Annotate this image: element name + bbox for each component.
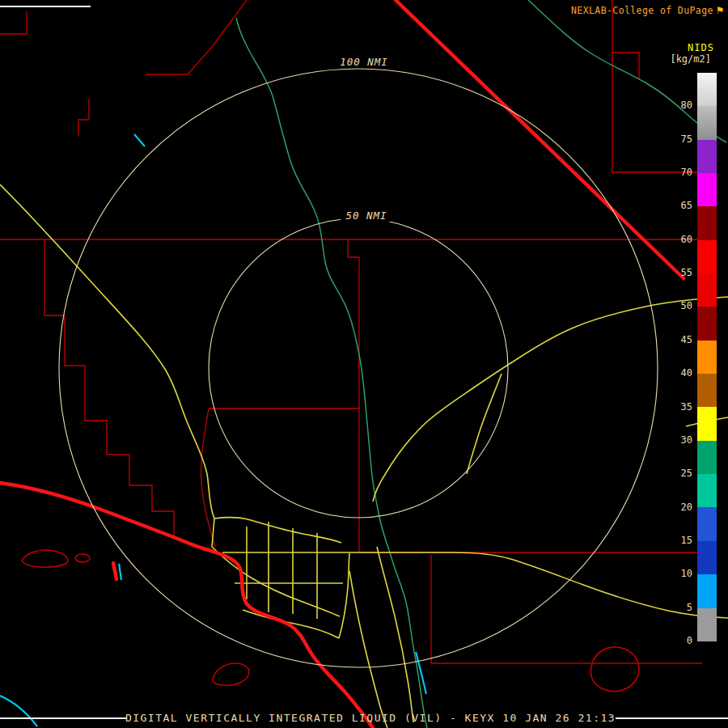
colorbar-segment — [697, 240, 717, 273]
colorbar-tick-label: 75 — [655, 134, 692, 144]
county-line — [0, 11, 27, 34]
colorbar-segment — [697, 106, 717, 139]
radar-map: 100 NMI 50 NMI — [0, 0, 728, 728]
top-separator-line — [0, 6, 91, 7]
range-ring-100nmi — [59, 69, 658, 667]
colorbar-tick-label: 80 — [655, 100, 692, 110]
county-line — [78, 99, 89, 136]
island-outline — [22, 550, 68, 567]
footer-separator-right — [616, 717, 728, 719]
outer-ring-label: 100 NMI — [340, 56, 388, 68]
colorbar-segment — [697, 73, 717, 106]
colorbar-segment — [697, 307, 717, 340]
flag-icon: ⚑ — [716, 6, 725, 15]
colorbar-segment — [697, 507, 717, 540]
colorbar-tick-label: 30 — [655, 435, 692, 445]
colorbar — [697, 73, 717, 641]
colorbar-segment — [697, 341, 717, 374]
island-outline — [213, 663, 249, 685]
colorbar-tick-label: 15 — [655, 535, 692, 545]
interstate-line — [113, 563, 116, 579]
county-line — [44, 239, 174, 535]
county-line — [209, 239, 359, 408]
range-rings — [59, 69, 658, 667]
colorbar-segment — [697, 374, 717, 407]
county-line — [359, 408, 702, 552]
colorbar-segment — [697, 608, 717, 641]
colorbar-tick-label: 20 — [655, 502, 692, 511]
colorbar-tick-label: 35 — [655, 401, 692, 411]
highway-line — [0, 184, 214, 518]
units-label: [kg/m2] — [670, 53, 711, 65]
range-ring-50nmi — [209, 218, 508, 518]
range-ring-labels: 100 NMI 50 NMI — [333, 56, 395, 222]
urban-road — [339, 553, 349, 638]
colorbar-tick-label: 45 — [655, 335, 692, 345]
colorbar-segment — [697, 441, 717, 474]
colorbar-segment — [697, 541, 717, 574]
colorbar-tick-label: 65 — [655, 201, 692, 210]
colorbar-tick-label: 40 — [655, 368, 692, 378]
colorbar-tick-label: 5 — [655, 602, 692, 612]
interstates — [0, 0, 684, 728]
colorbar-segment — [697, 140, 717, 173]
urban-road — [214, 518, 341, 543]
island-outline — [590, 647, 639, 692]
product-code-label: NIDS — [688, 42, 714, 53]
colorbar-segment — [697, 574, 717, 607]
inner-ring-label: 50 NMI — [345, 210, 387, 222]
credit-text: NEXLAB-College of DuPage — [571, 5, 713, 16]
coast-water-line — [0, 696, 37, 726]
rivers — [236, 0, 726, 728]
colorbar-ticks: 80757065605550454035302520151050 — [655, 73, 692, 641]
interstate-line — [396, 0, 684, 278]
colorbar-tick-label: 50 — [655, 301, 692, 311]
colorbar-tick-label: 60 — [655, 235, 692, 244]
county-line — [146, 0, 247, 74]
colorbar-segment — [697, 407, 717, 440]
footer-separator-left — [0, 717, 126, 719]
colorbar-tick-label: 25 — [655, 468, 692, 478]
colorbar-segment — [697, 173, 717, 206]
county-boundaries — [0, 0, 702, 663]
colorbar-tick-label: 10 — [655, 569, 692, 578]
colorbar-tick-label: 55 — [655, 268, 692, 277]
colorbar-segment — [697, 273, 717, 307]
colorbar-segment — [697, 474, 717, 507]
nexlab-credit: NEXLAB-College of DuPage ⚑ — [571, 5, 725, 16]
product-title: DIGITAL VERTICALLY INTEGRATED LIQUID (VI… — [125, 712, 616, 724]
colorbar-tick-label: 0 — [655, 636, 692, 645]
river-line — [236, 18, 427, 728]
island-outline — [75, 554, 90, 562]
colorbar-tick-label: 70 — [655, 167, 692, 177]
highway-line — [377, 547, 413, 722]
highways — [0, 184, 728, 728]
colorbar-segment — [697, 206, 717, 239]
lake-line — [119, 564, 121, 580]
lake-line — [134, 134, 145, 146]
